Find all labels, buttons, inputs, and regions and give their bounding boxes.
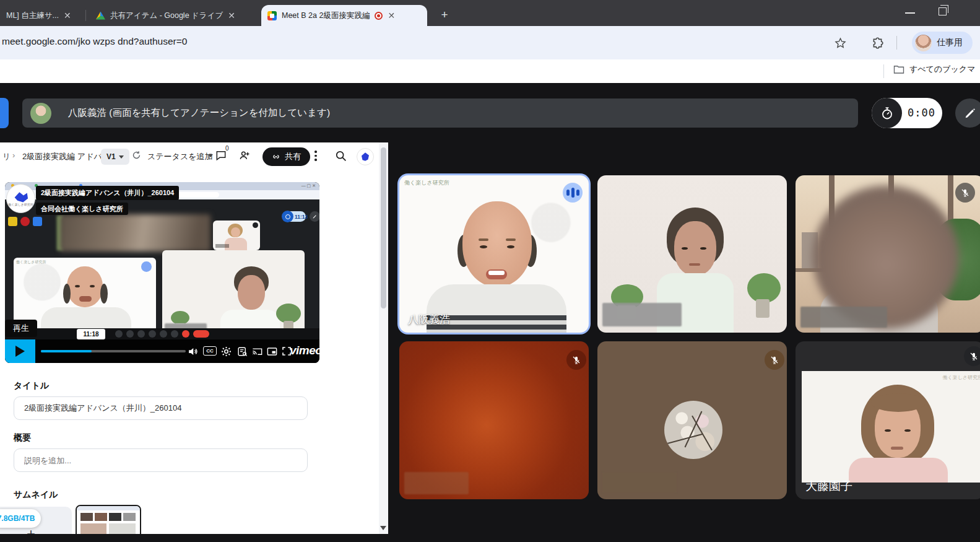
chevron-down-icon	[208, 154, 213, 157]
stopwatch-icon	[872, 98, 902, 128]
company-logo-text: 働く楽しさ研究所	[8, 203, 33, 207]
volume-icon	[186, 344, 199, 358]
all-bookmarks-folder[interactable]: すべてのブックマ	[893, 64, 980, 75]
in-video-meet-toolbar	[5, 328, 319, 339]
meeting-timer[interactable]: 0:00	[872, 98, 942, 128]
add-person-icon	[238, 149, 251, 162]
in-video-name-redacted	[215, 244, 229, 248]
participant-tile-2[interactable]	[597, 175, 787, 333]
in-video-small-tile	[213, 221, 260, 250]
logo-blob-icon	[360, 151, 371, 162]
omnibox-url[interactable]: meet.google.com/jko wzps dnd?authuser=0	[2, 36, 187, 47]
tab-divider	[85, 10, 86, 21]
search-icon	[334, 149, 347, 162]
in-video-stopwatch-icon	[282, 211, 293, 222]
tab-3-label: Meet B 2a 2級面接実践編	[282, 11, 370, 21]
remote-version-chip: V1	[101, 149, 129, 165]
meet-icon	[267, 11, 277, 20]
mic-off-icon	[566, 350, 586, 370]
participant-avatar-photo	[664, 401, 722, 459]
extensions-icon[interactable]	[869, 35, 885, 51]
channel-badges	[8, 217, 42, 226]
presenter-banner-text: 八阪義浩 (画面を共有してアノテーションを付加しています)	[68, 107, 330, 120]
yellow-badge-icon	[8, 217, 17, 226]
link-icon	[272, 152, 280, 161]
participant-tile-4[interactable]	[399, 341, 589, 499]
remote-desc-input	[14, 448, 308, 472]
seek-bar-fill	[41, 350, 92, 352]
captions-icon: CC	[203, 346, 217, 356]
presenter-banner: 八阪義浩 (画面を共有してアノテーションを付加しています)	[22, 98, 858, 128]
tab-1[interactable]: ML] 自主練サ... ✕	[0, 5, 82, 26]
blue-badge-icon	[33, 217, 42, 226]
annotation-pen-button[interactable]	[955, 98, 980, 128]
seek-bar	[41, 350, 186, 352]
speaking-indicator-icon	[563, 183, 583, 203]
banner-edge-button[interactable]	[0, 98, 9, 128]
remote-breadcrumb-root: リ	[2, 151, 11, 162]
timer-value: 0:00	[908, 107, 935, 119]
refresh-icon	[131, 150, 142, 160]
player-controls: 11:18 CC	[5, 339, 319, 363]
bookmark-star-icon[interactable]	[832, 35, 848, 51]
remote-video-player: — ▢ ✕ 働く楽しさ研究所 2級面接実践編アドバンス（井川）_260104 合…	[5, 182, 319, 363]
comments-badge: 0	[225, 145, 229, 152]
window-maximize-button[interactable]	[939, 7, 947, 15]
tab-close-icon[interactable]: ✕	[388, 11, 395, 20]
company-logo: 働く楽しさ研究所	[6, 184, 35, 213]
profile-chip[interactable]: 仕事用	[912, 32, 973, 54]
participant-tile-1[interactable]: 働く楽しさ研究所 八阪義浩	[399, 175, 589, 333]
scrollbar-thumb	[381, 147, 386, 308]
breadcrumb-chevron-icon: ›	[12, 151, 15, 160]
tab-close-icon[interactable]: ✕	[64, 11, 71, 20]
participant-tile-6[interactable]: 働く楽しさ研究所 大藤園子	[796, 341, 980, 499]
mic-off-icon	[964, 346, 980, 366]
version-label: V1	[106, 152, 116, 161]
tab-3-active[interactable]: Meet B 2a 2級面接実践編 ✕	[261, 5, 427, 26]
participant-name-redacted	[602, 472, 677, 493]
screen: ML] 自主練サ... ✕ 共有アイテム - Google ドライブ ✕ Mee…	[0, 0, 980, 542]
mic-off-icon	[955, 183, 975, 203]
participant-body	[849, 458, 948, 483]
play-icon	[15, 346, 25, 357]
all-bookmarks-label: すべてのブックマ	[909, 64, 975, 75]
tab-1-label: ML] 自主練サ...	[6, 11, 59, 21]
in-video-pen-icon	[310, 211, 319, 222]
in-video-timer: 11:13	[282, 211, 306, 222]
window-minimize-button[interactable]	[905, 12, 915, 14]
remote-account-avatar	[357, 148, 374, 165]
in-video-audio-icon	[141, 261, 152, 272]
bookmarks-divider	[883, 64, 884, 78]
video-subtitle-overlay: 合同会社働く楽しさ研究所	[36, 203, 128, 215]
more-options-icon	[314, 151, 317, 161]
shared-screen-presentation[interactable]: リ › 2級面接実践編 アドバ... V1 ステータスを追加 0 共有	[0, 142, 388, 534]
in-video-tile-man2	[162, 250, 305, 339]
red-badge-icon	[20, 217, 30, 226]
settings-gear-icon	[219, 344, 233, 358]
participant-name-redacted	[800, 307, 887, 328]
tab-2[interactable]: 共有アイテム - Google ドライブ ✕	[90, 5, 249, 26]
scrollbar-down-arrow-icon	[380, 526, 386, 530]
new-tab-button[interactable]: +	[436, 6, 453, 24]
background-watermark: 働く楽しさ研究所	[942, 374, 980, 381]
remote-thumbnail-label: サムネイル	[14, 489, 58, 500]
video-title-overlay: 2級面接実践編アドバンス（井川）_260104	[36, 186, 179, 200]
participant-tile-5[interactable]	[597, 341, 787, 499]
blurred-participant-strip	[59, 214, 210, 251]
in-video-timer-value: 11:13	[295, 214, 308, 220]
profile-avatar	[915, 35, 932, 51]
play-tooltip: 再生	[5, 320, 37, 337]
remote-desc-label: 概要	[14, 432, 31, 444]
in-video-mic-icon	[253, 222, 258, 228]
tab-2-label: 共有アイテム - Google ドライブ	[110, 11, 223, 21]
participant-video: 働く楽しさ研究所	[802, 371, 980, 483]
remote-share-button: 共有	[262, 147, 310, 166]
remote-title-input	[14, 396, 308, 420]
tab-close-icon[interactable]: ✕	[228, 11, 235, 20]
folder-icon	[893, 64, 904, 74]
presenter-avatar	[30, 103, 51, 124]
pip-icon	[265, 344, 279, 358]
participant-tile-3[interactable]	[796, 175, 980, 333]
meet-main-area: 八阪義浩 (画面を共有してアノテーションを付加しています) 0:00 リ › 2…	[0, 83, 980, 542]
vimeo-logo: vimeo	[290, 344, 319, 357]
